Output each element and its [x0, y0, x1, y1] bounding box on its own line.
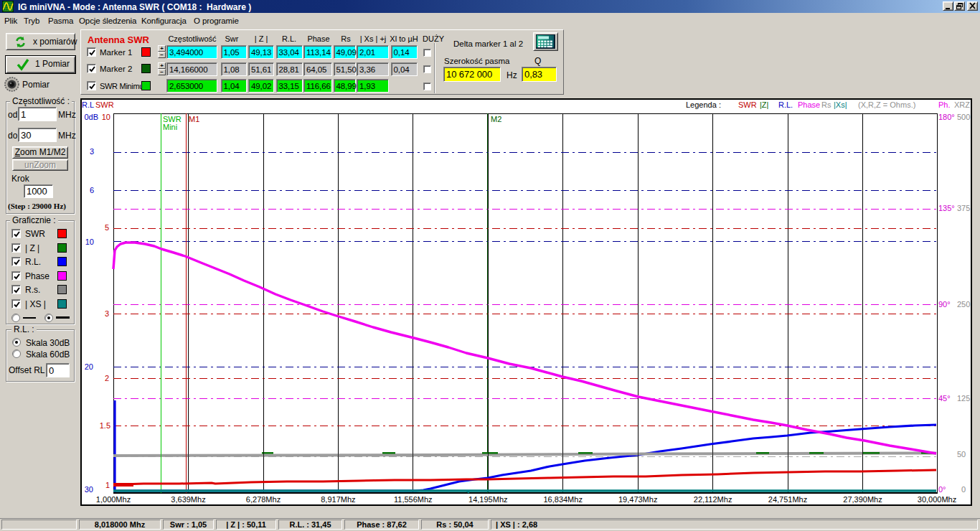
svg-text:8,917Mhz: 8,917Mhz	[321, 495, 355, 504]
svg-text:14,195Mhz: 14,195Mhz	[468, 495, 507, 504]
svg-text:5: 5	[105, 223, 109, 232]
svg-text:20: 20	[85, 362, 93, 371]
svg-text:1.5: 1.5	[100, 421, 110, 430]
svg-text:0dB: 0dB	[84, 113, 98, 121]
svg-text:2: 2	[105, 374, 109, 382]
svg-text:R.L.: R.L.	[778, 100, 793, 109]
svg-text:30: 30	[85, 485, 93, 494]
svg-text:125: 125	[957, 394, 970, 403]
svg-text:24,751Mhz: 24,751Mhz	[768, 495, 807, 504]
svg-text:Rs: Rs	[821, 100, 831, 109]
svg-text:375: 375	[957, 204, 970, 212]
svg-text:1: 1	[105, 481, 110, 489]
svg-text:Ph.: Ph.	[938, 100, 951, 109]
svg-text:6,278Mhz: 6,278Mhz	[246, 495, 281, 504]
svg-text:1,000Mhz: 1,000Mhz	[96, 495, 131, 504]
svg-text:10: 10	[85, 238, 94, 246]
svg-text:3: 3	[90, 147, 94, 156]
svg-text:0°: 0°	[938, 485, 946, 494]
svg-text:16,834Mhz: 16,834Mhz	[543, 495, 582, 504]
svg-text:3: 3	[105, 309, 109, 318]
svg-text:250: 250	[957, 300, 970, 309]
svg-text:|Xs|: |Xs|	[834, 100, 847, 109]
svg-text:10: 10	[102, 113, 110, 121]
svg-text:Legenda :: Legenda :	[686, 100, 721, 109]
svg-text:22,112Mhz: 22,112Mhz	[694, 495, 732, 504]
svg-text:50: 50	[957, 450, 966, 459]
svg-text:90°: 90°	[938, 300, 951, 309]
svg-text:0: 0	[961, 485, 966, 494]
svg-text:500: 500	[957, 113, 970, 121]
svg-text:11,556Mhz: 11,556Mhz	[394, 495, 433, 504]
svg-text:XRZ: XRZ	[954, 100, 970, 109]
svg-text:19,473Mhz: 19,473Mhz	[618, 495, 657, 504]
svg-text:Mini: Mini	[163, 123, 177, 131]
svg-text:6: 6	[90, 186, 94, 194]
svg-text:(X,R,Z = Ohms.): (X,R,Z = Ohms.)	[858, 100, 915, 109]
svg-text:|Z|: |Z|	[760, 100, 768, 109]
svg-text:SWR: SWR	[738, 100, 757, 109]
svg-text:M1: M1	[189, 115, 199, 123]
svg-text:Phase: Phase	[798, 100, 820, 109]
svg-text:45°: 45°	[938, 394, 951, 403]
svg-text:R.L: R.L	[82, 100, 94, 109]
svg-text:3,639Mhz: 3,639Mhz	[171, 495, 205, 504]
svg-text:30,000Mhz: 30,000Mhz	[918, 495, 956, 504]
svg-text:180°: 180°	[938, 113, 955, 121]
svg-text:SWR: SWR	[95, 100, 114, 109]
svg-text:27,390Mhz: 27,390Mhz	[843, 495, 882, 504]
svg-text:135°: 135°	[938, 204, 955, 212]
svg-text:M2: M2	[491, 115, 501, 123]
